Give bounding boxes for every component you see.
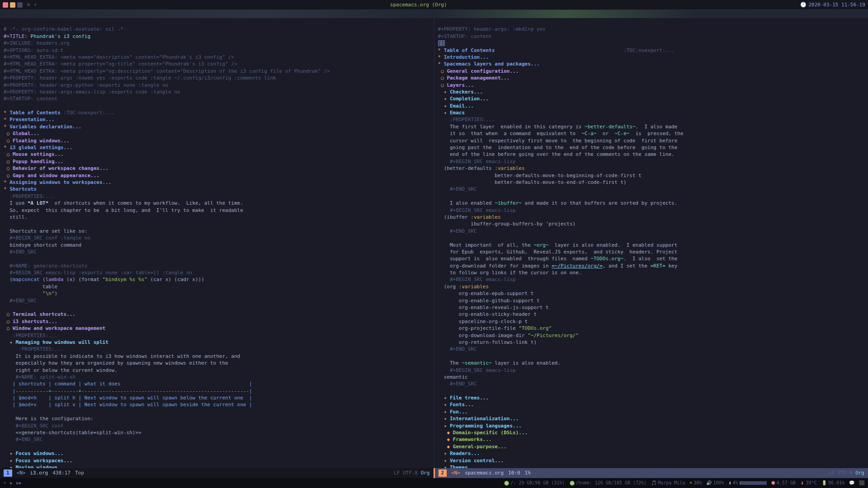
paren: ( xyxy=(4,277,13,282)
minimize-icon[interactable] xyxy=(17,2,23,8)
heading-popup[interactable]: Popup handling... xyxy=(13,159,64,164)
heading-themes[interactable]: Themes... xyxy=(450,465,477,468)
modeline-left[interactable]: 1 <N> i3.org 438:17 Top LF UTF-8 Org xyxy=(0,468,434,478)
music-widget[interactable]: 🎵Marpa Mila xyxy=(651,480,685,486)
heading-intl[interactable]: Internationalization... xyxy=(450,416,519,422)
heading-email[interactable]: Email... xyxy=(450,103,474,109)
string: "~/Pictures/org/" xyxy=(528,333,579,338)
editor-panes: # -*- org-confirm-babel-evaluate: nil -*… xyxy=(0,18,868,468)
menu-icon[interactable]: ≡ xyxy=(27,1,30,8)
org-startup: #+STARTUP: content xyxy=(4,96,57,102)
app-icon[interactable]: ⬛ xyxy=(859,480,864,486)
heading-behavior[interactable]: Behavior of workspace changes... xyxy=(13,165,108,171)
heading-checkers[interactable]: Checkers... xyxy=(450,89,483,95)
table-row: | shortcuts | command | what it does | xyxy=(4,381,252,387)
battery-widget[interactable]: 🔋96.01% xyxy=(821,480,844,486)
maximize-icon[interactable] xyxy=(10,2,15,8)
cpu-widget[interactable]: ▮4% xyxy=(729,480,767,486)
disk-root[interactable]: ⬤/: 29 GB/98 GB (31%) xyxy=(504,480,565,486)
heading-layers-sub[interactable]: Layers... xyxy=(447,82,474,88)
clock: 🕐 2020-03-15 11-56-19 xyxy=(800,1,865,8)
heading-focus-workspaces[interactable]: Focus workspaces... xyxy=(16,458,73,464)
heading-version-control[interactable]: Version control... xyxy=(450,458,504,464)
disk-home[interactable]: ⬤/home: 126 GB/185 GB (72%) xyxy=(570,480,647,486)
heading-general[interactable]: General configuration... xyxy=(447,68,519,74)
bullet-icon: * xyxy=(4,179,9,185)
heading-i3-shortcuts[interactable]: i3 shortcuts... xyxy=(13,319,57,324)
code: (ibuffer xyxy=(438,214,471,220)
heading-file-trees[interactable]: File trees... xyxy=(450,395,489,401)
heading-fun[interactable]: Fun... xyxy=(450,409,468,415)
heading-toc[interactable]: Table of Contents xyxy=(9,110,61,116)
heading-completion[interactable]: Completion... xyxy=(450,96,489,102)
right-pane[interactable]: #+PROPERTY: header-args: :mkdirp yes #+S… xyxy=(434,18,868,468)
begin-src: #+BEGIN_SRC emacs-lisp xyxy=(450,367,516,373)
volume-text: 100% xyxy=(713,480,724,486)
heading-toc[interactable]: Table of Contents xyxy=(444,47,495,53)
modeline-right[interactable]: 2 <N> spacemacs.org 10:0 1% LF UTF-8 Org xyxy=(434,468,868,478)
body-text: end of the line before going over the en… xyxy=(450,151,675,157)
keyword-arg: :variables xyxy=(495,165,524,171)
heading-moving-windows[interactable]: Moving windows... xyxy=(16,465,67,468)
bullet-icon: ✦ xyxy=(444,450,450,456)
system-toolbar: ➤ ▶ ▶▶ ⬤/: 29 GB/98 GB (31%) ⬤/home: 126… xyxy=(0,478,868,488)
heading-general-purpose[interactable]: General-purpose... xyxy=(453,444,507,450)
play-icon[interactable]: ▶ xyxy=(10,480,13,486)
link-text[interactable]: =~/Pictures/org/= xyxy=(552,263,603,269)
music-text: Marpa Mila xyxy=(658,480,685,486)
heading-managing[interactable]: Managing how windows will split xyxy=(16,339,108,345)
prompt-icon[interactable]: ➤ xyxy=(4,480,6,486)
buffer-name: i3.org xyxy=(30,469,48,476)
heading-variables[interactable]: Variables declaration... xyxy=(9,124,81,130)
body-text: The xyxy=(450,360,462,366)
heading-dsl[interactable]: Domain-specific (DSLs)... xyxy=(453,430,528,436)
heading-fonts[interactable]: Fonts... xyxy=(450,402,474,408)
heading-frameworks[interactable]: Frameworks... xyxy=(453,436,492,442)
string: "TODOs.org" xyxy=(519,325,552,331)
heading-i3-global[interactable]: i3 global settings... xyxy=(9,145,72,150)
bullet-icon: ◆ xyxy=(447,430,453,436)
heading-terminal[interactable]: Terminal shortcuts... xyxy=(13,311,75,317)
org-html-head: #+HTML_HEAD_EXTRA: <meta property="og:ti… xyxy=(4,61,237,67)
close-icon[interactable] xyxy=(3,2,8,8)
properties-drawer[interactable]: :PROPERTIES:... xyxy=(450,117,495,122)
heading-prog-lang[interactable]: Programming languages... xyxy=(450,423,522,429)
org-name: #+NAME: generate-shortcuts xyxy=(9,263,87,269)
heading-gaps[interactable]: Gaps and window appearance... xyxy=(13,173,99,178)
body-text: support is also enabled through files na… xyxy=(450,256,590,262)
heading-readers[interactable]: Readers... xyxy=(450,450,480,456)
heading-shortcuts[interactable]: Shortcuts xyxy=(9,186,37,192)
inline-code: ~semantic~ xyxy=(462,360,492,366)
mode-line-comment: # -*- org-confirm-babel-evaluate: nil -*… xyxy=(4,26,127,32)
volume-widget[interactable]: 🔊100% xyxy=(706,480,724,486)
body-text: going past the indentation and to the en… xyxy=(450,145,677,150)
heading-presentation[interactable]: Presentation... xyxy=(9,117,54,122)
temp-widget[interactable]: 🌡39°C xyxy=(800,480,817,486)
keyword-arg: :variables xyxy=(459,284,489,290)
forward-icon[interactable]: ▶▶ xyxy=(16,480,22,486)
brightness-widget[interactable]: ☀38% xyxy=(689,480,702,486)
bullet-icon: ○ xyxy=(7,325,13,331)
properties-drawer[interactable]: :PROPERTIES:... xyxy=(13,333,57,338)
heading-package[interactable]: Package management... xyxy=(447,75,509,81)
chat-icon[interactable]: 💬 xyxy=(849,480,854,486)
inline-code: ~TODOs.org~ xyxy=(590,256,623,262)
heading-emacs[interactable]: Emacs xyxy=(450,110,465,116)
ram-widget[interactable]: ⬢4.57 GB xyxy=(771,480,796,486)
left-pane[interactable]: # -*- org-confirm-babel-evaluate: nil -*… xyxy=(0,18,434,468)
heading-window-workspace[interactable]: Window and workspace management xyxy=(13,325,105,331)
heading-global[interactable]: Global... xyxy=(13,131,40,136)
properties-drawer[interactable]: :PROPERTIES:... xyxy=(19,346,63,352)
heading-layers[interactable]: Spacemacs layers and packages... xyxy=(444,61,540,67)
properties-drawer[interactable]: :PROPERTIES:... xyxy=(9,193,54,199)
body-text: and made it so that buffers are sorted b… xyxy=(522,200,677,206)
body-text: . I also set the xyxy=(623,256,677,262)
bullet-icon: ✦ xyxy=(444,402,450,408)
heading-focus-windows[interactable]: Focus windows... xyxy=(16,450,64,456)
heading-mouse[interactable]: Mouse settings... xyxy=(13,151,64,157)
heading-assigning[interactable]: Assigning windows to workspaces... xyxy=(9,179,111,185)
heading-floating[interactable]: Floating windows... xyxy=(13,138,70,144)
new-tab-icon[interactable]: + xyxy=(34,1,37,8)
heading-intro[interactable]: Introduction... xyxy=(444,54,489,60)
toolbar-right: ⬤/: 29 GB/98 GB (31%) ⬤/home: 126 GB/185… xyxy=(504,480,864,486)
